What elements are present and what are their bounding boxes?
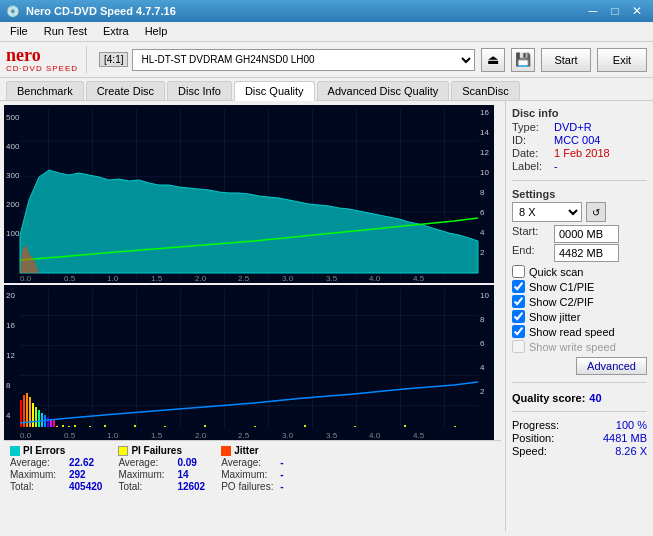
svg-text:12: 12 bbox=[6, 351, 15, 360]
svg-rect-64 bbox=[47, 417, 49, 427]
menu-extra[interactable]: Extra bbox=[97, 24, 135, 39]
end-mb-input[interactable] bbox=[554, 244, 619, 262]
separator-1 bbox=[512, 180, 647, 181]
bottom-chart: 20 16 12 8 4 10 8 6 4 2 0.0 0.5 1.0 1.5 … bbox=[4, 285, 494, 440]
svg-text:10: 10 bbox=[480, 168, 489, 177]
start-button[interactable]: Start bbox=[541, 48, 591, 72]
show-jitter-checkbox[interactable] bbox=[512, 310, 525, 323]
progress-percent-row: Progress: 100 % bbox=[512, 419, 647, 431]
tab-disc-quality[interactable]: Disc Quality bbox=[234, 81, 315, 101]
svg-text:2: 2 bbox=[480, 248, 485, 257]
toolbar: nero CD·DVD SPEED [4:1] HL-DT-ST DVDRAM … bbox=[0, 42, 653, 78]
svg-rect-59 bbox=[32, 403, 34, 427]
title-bar-left: 💿 Nero CD-DVD Speed 4.7.7.16 bbox=[6, 5, 176, 18]
svg-rect-43 bbox=[68, 426, 70, 427]
maximize-button[interactable]: □ bbox=[605, 3, 625, 19]
settings-title: Settings bbox=[512, 188, 647, 200]
svg-rect-49 bbox=[204, 425, 206, 427]
tab-benchmark[interactable]: Benchmark bbox=[6, 81, 84, 100]
svg-text:4: 4 bbox=[480, 228, 485, 237]
svg-text:14: 14 bbox=[480, 128, 489, 137]
bottom-chart-wrapper: 20 16 12 8 4 10 8 6 4 2 0.0 0.5 1.0 1.5 … bbox=[4, 285, 501, 440]
show-read-speed-label: Show read speed bbox=[529, 326, 615, 338]
jitter-color-dot bbox=[221, 446, 231, 456]
tab-bar: Benchmark Create Disc Disc Info Disc Qua… bbox=[0, 78, 653, 101]
disc-type-row: Type: DVD+R bbox=[512, 121, 647, 133]
svg-text:400: 400 bbox=[6, 142, 20, 151]
disc-info-section: Disc info Type: DVD+R ID: MCC 004 Date: … bbox=[512, 107, 647, 173]
svg-text:4: 4 bbox=[480, 363, 485, 372]
svg-text:1.5: 1.5 bbox=[151, 431, 163, 440]
quick-scan-label: Quick scan bbox=[529, 266, 583, 278]
quick-scan-checkbox[interactable] bbox=[512, 265, 525, 278]
show-read-speed-checkbox[interactable] bbox=[512, 325, 525, 338]
disc-info-title: Disc info bbox=[512, 107, 647, 119]
nero-sub-logo: CD·DVD SPEED bbox=[6, 64, 78, 73]
start-mb-input[interactable] bbox=[554, 225, 619, 243]
save-button[interactable]: 💾 bbox=[511, 48, 535, 72]
start-mb-row: Start: bbox=[512, 225, 647, 243]
show-write-speed-checkbox bbox=[512, 340, 525, 353]
legend-pi-failures-title: PI Failures bbox=[118, 445, 205, 456]
title-bar-controls: ─ □ ✕ bbox=[583, 3, 647, 19]
svg-text:4: 4 bbox=[6, 411, 11, 420]
menu-file[interactable]: File bbox=[4, 24, 34, 39]
show-c1-pie-checkbox[interactable] bbox=[512, 280, 525, 293]
tab-disc-info[interactable]: Disc Info bbox=[167, 81, 232, 100]
svg-text:3.5: 3.5 bbox=[326, 274, 338, 283]
drive-index-label: [4:1] bbox=[99, 52, 128, 67]
pi-failures-average-row: Average: 0.09 bbox=[118, 457, 205, 468]
svg-text:6: 6 bbox=[480, 339, 485, 348]
legend-area: PI Errors Average: 22.62 Maximum: 292 To… bbox=[4, 440, 501, 496]
svg-rect-54 bbox=[454, 426, 456, 427]
eject-button[interactable]: ⏏ bbox=[481, 48, 505, 72]
charts-area: 500 400 300 200 100 16 14 12 10 8 6 4 2 … bbox=[0, 101, 505, 531]
tab-advanced-disc-quality[interactable]: Advanced Disc Quality bbox=[317, 81, 450, 100]
svg-rect-66 bbox=[53, 420, 55, 427]
top-chart: 500 400 300 200 100 16 14 12 10 8 6 4 2 … bbox=[4, 105, 494, 283]
svg-text:0.0: 0.0 bbox=[20, 431, 32, 440]
advanced-button[interactable]: Advanced bbox=[576, 357, 647, 375]
close-button[interactable]: ✕ bbox=[627, 3, 647, 19]
drive-dropdown[interactable]: HL-DT-ST DVDRAM GH24NSD0 LH00 bbox=[132, 49, 475, 71]
svg-text:200: 200 bbox=[6, 200, 20, 209]
menu-help[interactable]: Help bbox=[139, 24, 174, 39]
svg-text:3.0: 3.0 bbox=[282, 274, 294, 283]
minimize-button[interactable]: ─ bbox=[583, 3, 603, 19]
tab-create-disc[interactable]: Create Disc bbox=[86, 81, 165, 100]
speed-row: Speed: 8.26 X bbox=[512, 445, 647, 457]
svg-text:16: 16 bbox=[6, 321, 15, 330]
exit-button[interactable]: Exit bbox=[597, 48, 647, 72]
pi-failures-color-dot bbox=[118, 446, 128, 456]
menu-run-test[interactable]: Run Test bbox=[38, 24, 93, 39]
legend-jitter-title: Jitter bbox=[221, 445, 283, 456]
svg-text:4.0: 4.0 bbox=[369, 274, 381, 283]
svg-text:300: 300 bbox=[6, 171, 20, 180]
svg-text:500: 500 bbox=[6, 113, 20, 122]
svg-rect-45 bbox=[89, 426, 91, 427]
main-content: 500 400 300 200 100 16 14 12 10 8 6 4 2 … bbox=[0, 101, 653, 531]
tab-scan-disc[interactable]: ScanDisc bbox=[451, 81, 519, 100]
svg-text:4.0: 4.0 bbox=[369, 431, 381, 440]
refresh-button[interactable]: ↺ bbox=[586, 202, 606, 222]
speed-settings-row: 8 X 4 X 16 X Max ↺ bbox=[512, 202, 647, 222]
svg-rect-46 bbox=[104, 425, 106, 427]
svg-text:8: 8 bbox=[480, 315, 485, 324]
svg-text:8: 8 bbox=[480, 188, 485, 197]
position-row: Position: 4481 MB bbox=[512, 432, 647, 444]
legend-pi-failures: PI Failures Average: 0.09 Maximum: 14 To… bbox=[118, 445, 205, 492]
svg-rect-42 bbox=[62, 425, 64, 427]
svg-rect-61 bbox=[38, 410, 40, 427]
svg-text:2.5: 2.5 bbox=[238, 274, 250, 283]
show-write-speed-label: Show write speed bbox=[529, 341, 616, 353]
disc-id-row: ID: MCC 004 bbox=[512, 134, 647, 146]
svg-text:2: 2 bbox=[480, 387, 485, 396]
svg-rect-47 bbox=[134, 425, 136, 427]
speed-select[interactable]: 8 X 4 X 16 X Max bbox=[512, 202, 582, 222]
svg-text:16: 16 bbox=[480, 108, 489, 117]
show-c1-pie-row: Show C1/PIE bbox=[512, 280, 647, 293]
drive-select-area: [4:1] HL-DT-ST DVDRAM GH24NSD0 LH00 bbox=[99, 49, 475, 71]
show-c2-pif-checkbox[interactable] bbox=[512, 295, 525, 308]
quality-score-row: Quality score: 40 bbox=[512, 392, 647, 404]
svg-rect-52 bbox=[354, 426, 356, 427]
